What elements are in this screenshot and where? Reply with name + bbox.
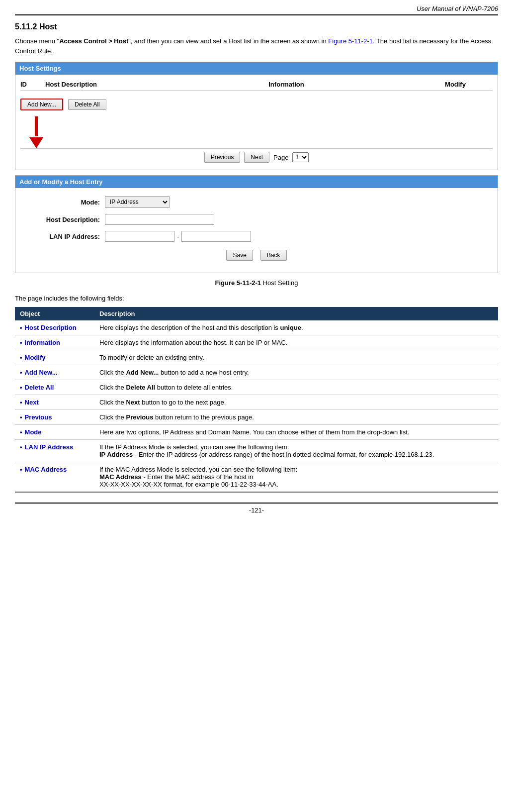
add-modify-header: Add or Modify a Host Entry [15, 176, 498, 188]
table-row: •Delete All Click the Delete All button … [15, 380, 498, 395]
page-number: -121- [249, 507, 264, 514]
page-footer: -121- [15, 503, 498, 514]
mode-label: Mode: [25, 199, 105, 206]
col-id-header: ID [20, 81, 45, 88]
delete-all-button[interactable]: Delete All [68, 99, 106, 110]
host-desc-input[interactable] [105, 214, 214, 225]
desc-mode: Here are two options, IP Address and Dom… [94, 425, 498, 440]
page-label: Page [273, 154, 288, 161]
host-settings-body: ID Host Description Information Modify A… [15, 75, 498, 170]
section-heading: 5.11.2 Host [15, 22, 498, 31]
manual-title: User Manual of WNAP-7206 [417, 5, 498, 12]
pagination-row: Previous Next Page 1 [20, 148, 493, 166]
lan-ip-end-input[interactable] [181, 231, 251, 242]
table-row: •Mode Here are two options, IP Address a… [15, 425, 498, 440]
table-row: •LAN IP Address If the IP Address Mode i… [15, 440, 498, 462]
next-button[interactable]: Next [244, 152, 269, 163]
save-button[interactable]: Save [226, 250, 253, 261]
action-row: Add New... Delete All [20, 95, 106, 114]
back-button[interactable]: Back [260, 250, 287, 261]
table-row: •MAC Address If the MAC Address Mode is … [15, 462, 498, 493]
table-header-object: Object [15, 307, 94, 320]
table-row: •Host Description Here displays the desc… [15, 320, 498, 335]
fields-intro: The page includes the following fields: [15, 295, 498, 302]
desc-delete-all: Click the Delete All button to delete al… [94, 380, 498, 395]
col-modify-header: Modify [418, 81, 493, 88]
add-modify-panel: Add or Modify a Host Entry Mode: IP Addr… [15, 175, 498, 273]
obj-information: •Information [15, 335, 94, 350]
arrow-indicator [29, 116, 43, 148]
mode-select[interactable]: IP Address Domain Name [105, 196, 170, 208]
host-desc-row: Host Description: [25, 214, 488, 225]
obj-host-description: •Host Description [15, 320, 94, 335]
lan-ip-label: LAN IP Address: [25, 233, 105, 240]
col-desc-header: Host Description [45, 81, 155, 88]
obj-previous: •Previous [15, 410, 94, 425]
desc-previous: Click the Previous button return to the … [94, 410, 498, 425]
obj-next: •Next [15, 395, 94, 410]
page-select[interactable]: 1 [292, 152, 309, 162]
obj-lan-ip: •LAN IP Address [15, 440, 94, 462]
desc-lan-ip: If the IP Address Mode is selected, you … [94, 440, 498, 462]
desc-add-new: Click the Add New... button to add a new… [94, 365, 498, 380]
description-table: Object Description •Host Description Her… [15, 307, 498, 493]
table-row: •Modify To modify or delete an existing … [15, 350, 498, 365]
arrow-line [35, 116, 38, 136]
form-buttons: Save Back [25, 250, 488, 265]
obj-mac-address: •MAC Address [15, 462, 94, 493]
lan-ip-row: LAN IP Address: - [25, 231, 488, 242]
ip-dash: - [177, 233, 179, 240]
add-new-button[interactable]: Add New... [20, 99, 63, 110]
figure-label: Figure 5-11-2-1 [215, 279, 261, 287]
ip-range-inputs: - [105, 231, 251, 242]
page-header: User Manual of WNAP-7206 [15, 5, 498, 15]
figure-link[interactable]: Figure 5-11-2-1 [328, 37, 373, 45]
desc-next: Click the Next button to go to the next … [94, 395, 498, 410]
action-area: Add New... Delete All [20, 91, 493, 148]
host-settings-header: Host Settings [15, 62, 498, 75]
add-modify-body: Mode: IP Address Domain Name Host Descri… [15, 188, 498, 273]
mode-row: Mode: IP Address Domain Name [25, 196, 488, 208]
figure-caption: Figure 5-11-2-1 Host Setting [15, 279, 498, 287]
previous-button[interactable]: Previous [204, 152, 241, 163]
host-desc-label: Host Description: [25, 216, 105, 223]
table-row: •Previous Click the Previous button retu… [15, 410, 498, 425]
desc-modify: To modify or delete an existing entry. [94, 350, 498, 365]
desc-information: Here displays the information about the … [94, 335, 498, 350]
desc-host-description: Here displays the description of the hos… [94, 320, 498, 335]
figure-desc: Host Setting [263, 279, 298, 287]
obj-delete-all: •Delete All [15, 380, 94, 395]
obj-mode: •Mode [15, 425, 94, 440]
buttons-and-arrow: Add New... Delete All [20, 95, 106, 148]
arrow-head [29, 137, 43, 148]
obj-modify: •Modify [15, 350, 94, 365]
table-row: •Information Here displays the informati… [15, 335, 498, 350]
table-header-description: Description [94, 307, 498, 320]
table-header-row: ID Host Description Information Modify [20, 79, 493, 91]
col-info-header: Information [155, 81, 418, 88]
table-row: •Add New... Click the Add New... button … [15, 365, 498, 380]
desc-mac-address: If the MAC Address Mode is selected, you… [94, 462, 498, 493]
host-settings-panel: Host Settings ID Host Description Inform… [15, 62, 498, 170]
lan-ip-start-input[interactable] [105, 231, 174, 242]
table-row: •Next Click the Next button to go to the… [15, 395, 498, 410]
obj-add-new: •Add New... [15, 365, 94, 380]
intro-paragraph: Choose menu "Access Control > Host", and… [15, 36, 498, 56]
